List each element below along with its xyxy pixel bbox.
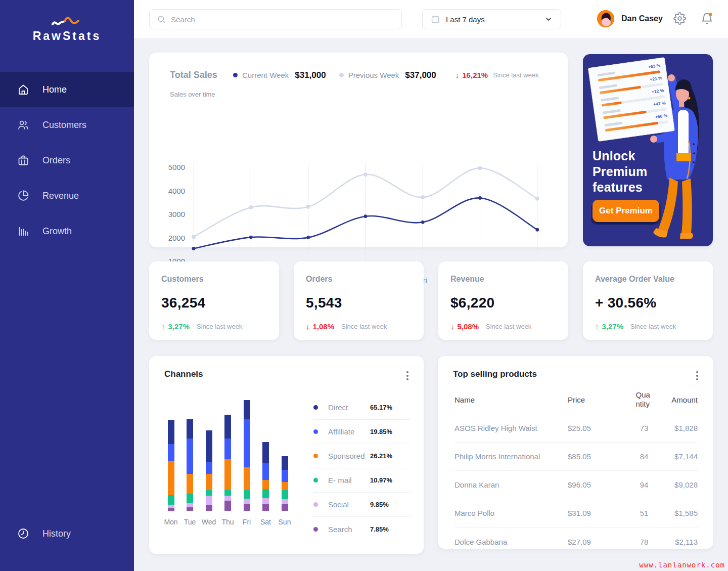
bar-segment-search bbox=[244, 504, 250, 511]
sidebar-item-orders[interactable]: Orders bbox=[0, 143, 134, 178]
stat-card-orders: Orders5,543↓1,08%Since last week bbox=[294, 261, 424, 340]
sidebar-item-history[interactable]: History bbox=[0, 516, 134, 551]
product-price: $25.05 bbox=[568, 424, 626, 432]
bar-segment-affilliate bbox=[187, 438, 193, 474]
bar-segment-sponsored bbox=[206, 474, 212, 490]
legend-dot bbox=[313, 429, 318, 434]
bar-segment-affilliate bbox=[282, 470, 288, 482]
bar-segment-sponsored bbox=[168, 461, 174, 495]
bar-segment-direct bbox=[244, 400, 250, 419]
previous-week-dot bbox=[339, 73, 344, 77]
product-name: Marco Pollo bbox=[454, 509, 568, 517]
bar-category-label: Wed bbox=[202, 518, 216, 526]
stat-value: 5,543 bbox=[306, 295, 412, 311]
brand-name: RawStats bbox=[0, 29, 134, 43]
bar-segment-social bbox=[224, 496, 231, 501]
channel-legend-row-direct: Direct65.17% bbox=[313, 396, 411, 420]
legend-value: 19.85% bbox=[370, 428, 392, 435]
product-amount: $1,585 bbox=[662, 509, 698, 517]
delta-value: 5,08% bbox=[458, 322, 479, 331]
users-icon bbox=[17, 119, 29, 131]
bar-segment-email bbox=[187, 494, 193, 503]
date-range-value: Last 7 days bbox=[446, 15, 538, 24]
channel-legend-row-email: E- mail10.97% bbox=[313, 468, 411, 493]
stat-value: + 30.56% bbox=[595, 295, 701, 311]
bar-segment-email bbox=[244, 490, 250, 499]
sidebar-item-customers[interactable]: Customers bbox=[0, 107, 134, 143]
channels-menu-button[interactable] bbox=[404, 369, 411, 382]
dashboard-page: { "brand": { "name": "RawStats" }, "side… bbox=[0, 0, 728, 571]
stat-title: Revenue bbox=[450, 275, 556, 284]
delta-caption: Since last week bbox=[341, 323, 387, 330]
product-amount: $2,113 bbox=[662, 538, 698, 546]
settings-button[interactable] bbox=[673, 12, 686, 25]
get-premium-button[interactable]: Get Premium bbox=[593, 200, 659, 222]
bar-segment-search bbox=[262, 504, 269, 511]
bar-category-label: Tue bbox=[184, 518, 196, 526]
stat-delta: ↓5,08%Since last week bbox=[450, 322, 556, 331]
bar-column-fri: Fri bbox=[239, 397, 254, 526]
bar-segment-direct bbox=[282, 456, 288, 470]
bar-segment-direct bbox=[224, 415, 231, 438]
user-menu[interactable]: Dan Casey bbox=[597, 10, 663, 27]
calendar-icon bbox=[431, 15, 440, 24]
table-row: Dolce Gabbana$27.0978$2,113 bbox=[454, 528, 698, 556]
notifications-button[interactable] bbox=[701, 12, 713, 25]
legend-label: E- mail bbox=[328, 476, 370, 485]
date-range-dropdown[interactable]: Last 7 days bbox=[422, 9, 561, 29]
product-quantity: 94 bbox=[626, 480, 662, 489]
sidebar-item-label: Home bbox=[42, 84, 67, 95]
table-row: ASOS Ridley High Waist$25.0573$1,828 bbox=[454, 414, 698, 443]
legend-value: 26.21% bbox=[370, 452, 392, 460]
products-menu-button[interactable] bbox=[694, 369, 700, 382]
premium-card: +63 % +21 % +12 % +47 % bbox=[583, 54, 713, 246]
legend-label: Social bbox=[328, 500, 370, 509]
bar-segment-sponsored bbox=[187, 474, 193, 494]
bar-segment-affilliate bbox=[244, 419, 250, 467]
sidebar-item-growth[interactable]: Growth bbox=[0, 213, 134, 249]
bar-stack bbox=[187, 397, 193, 511]
products-title: Top selling products bbox=[453, 369, 537, 379]
bar-segment-email bbox=[224, 490, 231, 496]
svg-text:3000: 3000 bbox=[168, 210, 185, 218]
stat-card-revenue: Revenue$6,220↓5,08%Since last week bbox=[438, 261, 568, 340]
channels-legend: Direct65.17%Affilliate19.85%Sponsored26.… bbox=[313, 396, 411, 541]
arrow-down-icon: ↓ bbox=[456, 71, 460, 79]
avatar bbox=[597, 10, 614, 27]
legend-label: Search bbox=[328, 525, 370, 534]
bell-icon bbox=[701, 12, 713, 25]
stat-delta: ↓1,08%Since last week bbox=[306, 322, 412, 331]
total-sales-header: Total Sales Current Week $31,000 Previou… bbox=[149, 53, 568, 80]
stat-delta: ↑3,27%Since last week bbox=[161, 322, 267, 331]
bar-segment-sponsored bbox=[224, 459, 231, 490]
sidebar-item-label: History bbox=[42, 529, 71, 539]
channel-legend-row-sponsored: Sponsored26.21% bbox=[313, 444, 411, 468]
bar-category-label: Sun bbox=[279, 518, 291, 526]
product-amount: $9,028 bbox=[662, 480, 698, 489]
topbar: Last 7 days Dan Casey bbox=[134, 0, 728, 38]
legend-label: Sponsored bbox=[328, 452, 370, 460]
product-price: $85.05 bbox=[568, 452, 626, 461]
legend-dot bbox=[313, 405, 318, 410]
bar-segment-social bbox=[262, 498, 269, 504]
bar-column-sat: Sat bbox=[258, 397, 274, 526]
stat-value: 36,254 bbox=[161, 295, 267, 311]
search-input[interactable] bbox=[171, 15, 394, 24]
bar-segment-sponsored bbox=[282, 482, 288, 490]
sidebar-item-label: Customers bbox=[42, 120, 86, 130]
product-quantity: 78 bbox=[626, 538, 662, 546]
illustration-board: +63 % +21 % +12 % +47 % bbox=[588, 58, 674, 142]
total-sales-title: Total Sales bbox=[170, 70, 233, 80]
bar-stack bbox=[262, 397, 269, 511]
bar-segment-email bbox=[282, 490, 288, 499]
bar-segment-direct bbox=[262, 442, 269, 463]
search-icon bbox=[157, 15, 166, 24]
table-row: Marco Pollo$31.0951$1,585 bbox=[454, 499, 698, 528]
search-box[interactable] bbox=[149, 9, 402, 29]
product-amount: $7,144 bbox=[662, 452, 698, 461]
sidebar-item-revenue[interactable]: Revenue bbox=[0, 178, 134, 213]
bar-segment-email bbox=[168, 495, 174, 505]
stat-title: Average Order Value bbox=[595, 275, 701, 284]
sidebar-item-home[interactable]: Home bbox=[0, 72, 134, 107]
legend-label: Affilliate bbox=[328, 427, 370, 436]
